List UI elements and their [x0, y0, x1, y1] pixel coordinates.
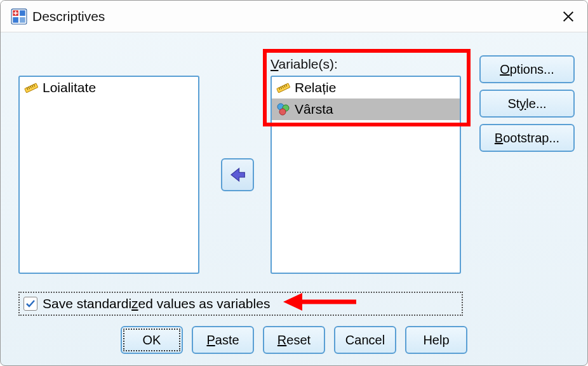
svg-rect-2: [20, 10, 25, 16]
variables-label: Variable(s):: [271, 57, 338, 72]
save-standardized-checkbox[interactable]: [23, 297, 37, 311]
close-icon: [561, 10, 575, 24]
save-standardized-label: Save standardized values as variables: [43, 296, 270, 311]
scale-icon: [23, 80, 39, 95]
window-title: Descriptives: [32, 9, 559, 24]
help-button[interactable]: Help: [405, 326, 467, 354]
svg-rect-3: [13, 17, 18, 23]
list-item-label: Relație: [295, 80, 336, 95]
list-item[interactable]: Relație: [272, 77, 460, 98]
list-item[interactable]: Loialitate: [20, 77, 198, 98]
cancel-button[interactable]: Cancel: [334, 326, 396, 354]
style-button[interactable]: Style...: [479, 90, 575, 118]
ok-button[interactable]: OK: [121, 326, 183, 354]
descriptives-dialog: Descriptives Loial: [0, 0, 588, 366]
titlebar: Descriptives: [1, 1, 587, 32]
list-item-label: Vârsta: [295, 102, 333, 117]
svg-point-19: [279, 109, 286, 115]
bootstrap-button[interactable]: Bootstrap...: [479, 124, 575, 152]
save-standardized-checkbox-row: Save standardized values as variables: [18, 292, 463, 316]
arrow-left-icon: [228, 165, 247, 184]
dialog-button-row: OK Paste Reset Cancel Help: [1, 326, 587, 354]
side-buttons: Options... Style... Bootstrap...: [479, 55, 575, 152]
target-variable-list[interactable]: Relație Vârsta: [271, 76, 461, 274]
checkmark-icon: [25, 299, 36, 309]
options-button[interactable]: Options...: [479, 55, 575, 83]
svg-rect-4: [20, 17, 25, 23]
paste-button[interactable]: Paste: [192, 326, 254, 354]
app-icon: [11, 8, 27, 25]
nominal-icon: [276, 102, 291, 117]
reset-button[interactable]: Reset: [263, 326, 325, 354]
scale-icon: [276, 80, 291, 95]
close-button[interactable]: [559, 8, 577, 25]
list-item[interactable]: Vârsta: [272, 98, 460, 120]
list-item-label: Loialitate: [43, 80, 96, 95]
dialog-content: Loialitate Variable(s):: [1, 32, 587, 365]
move-variable-button[interactable]: [221, 158, 254, 191]
source-variable-list[interactable]: Loialitate: [18, 76, 199, 274]
